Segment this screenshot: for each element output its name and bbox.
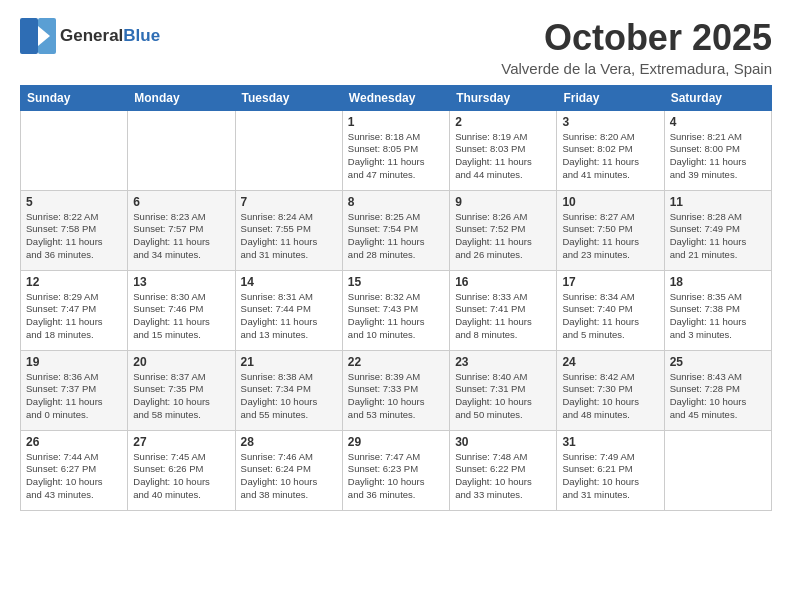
day-info: Sunrise: 8:22 AM Sunset: 7:58 PM Dayligh… — [26, 211, 122, 262]
week-row-3: 12Sunrise: 8:29 AM Sunset: 7:47 PM Dayli… — [21, 270, 772, 350]
day-number: 21 — [241, 355, 337, 369]
day-info: Sunrise: 8:42 AM Sunset: 7:30 PM Dayligh… — [562, 371, 658, 422]
day-info: Sunrise: 7:47 AM Sunset: 6:23 PM Dayligh… — [348, 451, 444, 502]
day-number: 22 — [348, 355, 444, 369]
week-row-1: 1Sunrise: 8:18 AM Sunset: 8:05 PM Daylig… — [21, 110, 772, 190]
location-title: Valverde de la Vera, Extremadura, Spain — [501, 60, 772, 77]
day-info: Sunrise: 8:24 AM Sunset: 7:55 PM Dayligh… — [241, 211, 337, 262]
calendar-cell: 4Sunrise: 8:21 AM Sunset: 8:00 PM Daylig… — [664, 110, 771, 190]
header: GeneralBlue October 2025 Valverde de la … — [20, 18, 772, 77]
calendar-cell: 22Sunrise: 8:39 AM Sunset: 7:33 PM Dayli… — [342, 350, 449, 430]
day-number: 27 — [133, 435, 229, 449]
day-number: 25 — [670, 355, 766, 369]
day-info: Sunrise: 7:49 AM Sunset: 6:21 PM Dayligh… — [562, 451, 658, 502]
day-info: Sunrise: 8:28 AM Sunset: 7:49 PM Dayligh… — [670, 211, 766, 262]
calendar-cell: 24Sunrise: 8:42 AM Sunset: 7:30 PM Dayli… — [557, 350, 664, 430]
calendar-cell: 30Sunrise: 7:48 AM Sunset: 6:22 PM Dayli… — [450, 430, 557, 510]
calendar-cell: 27Sunrise: 7:45 AM Sunset: 6:26 PM Dayli… — [128, 430, 235, 510]
day-info: Sunrise: 8:23 AM Sunset: 7:57 PM Dayligh… — [133, 211, 229, 262]
day-number: 2 — [455, 115, 551, 129]
calendar-cell: 14Sunrise: 8:31 AM Sunset: 7:44 PM Dayli… — [235, 270, 342, 350]
day-number: 29 — [348, 435, 444, 449]
calendar-cell: 11Sunrise: 8:28 AM Sunset: 7:49 PM Dayli… — [664, 190, 771, 270]
calendar-cell: 10Sunrise: 8:27 AM Sunset: 7:50 PM Dayli… — [557, 190, 664, 270]
day-info: Sunrise: 8:26 AM Sunset: 7:52 PM Dayligh… — [455, 211, 551, 262]
day-info: Sunrise: 8:36 AM Sunset: 7:37 PM Dayligh… — [26, 371, 122, 422]
calendar-cell: 26Sunrise: 7:44 AM Sunset: 6:27 PM Dayli… — [21, 430, 128, 510]
calendar-cell: 16Sunrise: 8:33 AM Sunset: 7:41 PM Dayli… — [450, 270, 557, 350]
logo: GeneralBlue — [20, 18, 160, 54]
weekday-header-friday: Friday — [557, 85, 664, 110]
day-number: 9 — [455, 195, 551, 209]
day-info: Sunrise: 7:48 AM Sunset: 6:22 PM Dayligh… — [455, 451, 551, 502]
day-info: Sunrise: 8:27 AM Sunset: 7:50 PM Dayligh… — [562, 211, 658, 262]
day-info: Sunrise: 8:21 AM Sunset: 8:00 PM Dayligh… — [670, 131, 766, 182]
day-number: 18 — [670, 275, 766, 289]
weekday-header-wednesday: Wednesday — [342, 85, 449, 110]
weekday-header-row: SundayMondayTuesdayWednesdayThursdayFrid… — [21, 85, 772, 110]
calendar-cell: 9Sunrise: 8:26 AM Sunset: 7:52 PM Daylig… — [450, 190, 557, 270]
day-number: 30 — [455, 435, 551, 449]
calendar-cell: 31Sunrise: 7:49 AM Sunset: 6:21 PM Dayli… — [557, 430, 664, 510]
calendar-cell: 12Sunrise: 8:29 AM Sunset: 7:47 PM Dayli… — [21, 270, 128, 350]
page: GeneralBlue October 2025 Valverde de la … — [0, 0, 792, 612]
day-number: 5 — [26, 195, 122, 209]
calendar-cell: 29Sunrise: 7:47 AM Sunset: 6:23 PM Dayli… — [342, 430, 449, 510]
calendar-cell: 6Sunrise: 8:23 AM Sunset: 7:57 PM Daylig… — [128, 190, 235, 270]
weekday-header-monday: Monday — [128, 85, 235, 110]
day-number: 4 — [670, 115, 766, 129]
day-number: 10 — [562, 195, 658, 209]
day-info: Sunrise: 7:44 AM Sunset: 6:27 PM Dayligh… — [26, 451, 122, 502]
title-block: October 2025 Valverde de la Vera, Extrem… — [501, 18, 772, 77]
day-number: 16 — [455, 275, 551, 289]
weekday-header-thursday: Thursday — [450, 85, 557, 110]
day-info: Sunrise: 8:43 AM Sunset: 7:28 PM Dayligh… — [670, 371, 766, 422]
day-info: Sunrise: 8:25 AM Sunset: 7:54 PM Dayligh… — [348, 211, 444, 262]
calendar-cell: 13Sunrise: 8:30 AM Sunset: 7:46 PM Dayli… — [128, 270, 235, 350]
calendar-cell — [128, 110, 235, 190]
month-title: October 2025 — [501, 18, 772, 58]
day-info: Sunrise: 8:31 AM Sunset: 7:44 PM Dayligh… — [241, 291, 337, 342]
day-number: 26 — [26, 435, 122, 449]
day-info: Sunrise: 8:38 AM Sunset: 7:34 PM Dayligh… — [241, 371, 337, 422]
day-number: 14 — [241, 275, 337, 289]
day-info: Sunrise: 8:20 AM Sunset: 8:02 PM Dayligh… — [562, 131, 658, 182]
calendar-cell: 7Sunrise: 8:24 AM Sunset: 7:55 PM Daylig… — [235, 190, 342, 270]
day-info: Sunrise: 7:46 AM Sunset: 6:24 PM Dayligh… — [241, 451, 337, 502]
logo-blue: Blue — [123, 26, 160, 45]
day-info: Sunrise: 8:40 AM Sunset: 7:31 PM Dayligh… — [455, 371, 551, 422]
day-number: 31 — [562, 435, 658, 449]
day-number: 24 — [562, 355, 658, 369]
calendar-cell: 19Sunrise: 8:36 AM Sunset: 7:37 PM Dayli… — [21, 350, 128, 430]
calendar-cell: 28Sunrise: 7:46 AM Sunset: 6:24 PM Dayli… — [235, 430, 342, 510]
svg-rect-0 — [20, 18, 38, 54]
day-number: 3 — [562, 115, 658, 129]
day-info: Sunrise: 8:35 AM Sunset: 7:38 PM Dayligh… — [670, 291, 766, 342]
calendar-cell: 1Sunrise: 8:18 AM Sunset: 8:05 PM Daylig… — [342, 110, 449, 190]
day-info: Sunrise: 8:18 AM Sunset: 8:05 PM Dayligh… — [348, 131, 444, 182]
day-info: Sunrise: 8:37 AM Sunset: 7:35 PM Dayligh… — [133, 371, 229, 422]
calendar-cell: 18Sunrise: 8:35 AM Sunset: 7:38 PM Dayli… — [664, 270, 771, 350]
calendar-cell — [664, 430, 771, 510]
day-number: 12 — [26, 275, 122, 289]
day-info: Sunrise: 8:32 AM Sunset: 7:43 PM Dayligh… — [348, 291, 444, 342]
day-info: Sunrise: 8:19 AM Sunset: 8:03 PM Dayligh… — [455, 131, 551, 182]
logo-general: General — [60, 26, 123, 45]
calendar-cell: 15Sunrise: 8:32 AM Sunset: 7:43 PM Dayli… — [342, 270, 449, 350]
day-number: 7 — [241, 195, 337, 209]
day-info: Sunrise: 8:29 AM Sunset: 7:47 PM Dayligh… — [26, 291, 122, 342]
day-number: 17 — [562, 275, 658, 289]
logo-icon — [20, 18, 56, 54]
day-number: 6 — [133, 195, 229, 209]
day-number: 8 — [348, 195, 444, 209]
weekday-header-saturday: Saturday — [664, 85, 771, 110]
day-number: 19 — [26, 355, 122, 369]
day-info: Sunrise: 7:45 AM Sunset: 6:26 PM Dayligh… — [133, 451, 229, 502]
day-info: Sunrise: 8:39 AM Sunset: 7:33 PM Dayligh… — [348, 371, 444, 422]
day-number: 13 — [133, 275, 229, 289]
calendar-cell: 25Sunrise: 8:43 AM Sunset: 7:28 PM Dayli… — [664, 350, 771, 430]
calendar-cell: 3Sunrise: 8:20 AM Sunset: 8:02 PM Daylig… — [557, 110, 664, 190]
calendar-cell: 23Sunrise: 8:40 AM Sunset: 7:31 PM Dayli… — [450, 350, 557, 430]
day-number: 20 — [133, 355, 229, 369]
week-row-2: 5Sunrise: 8:22 AM Sunset: 7:58 PM Daylig… — [21, 190, 772, 270]
